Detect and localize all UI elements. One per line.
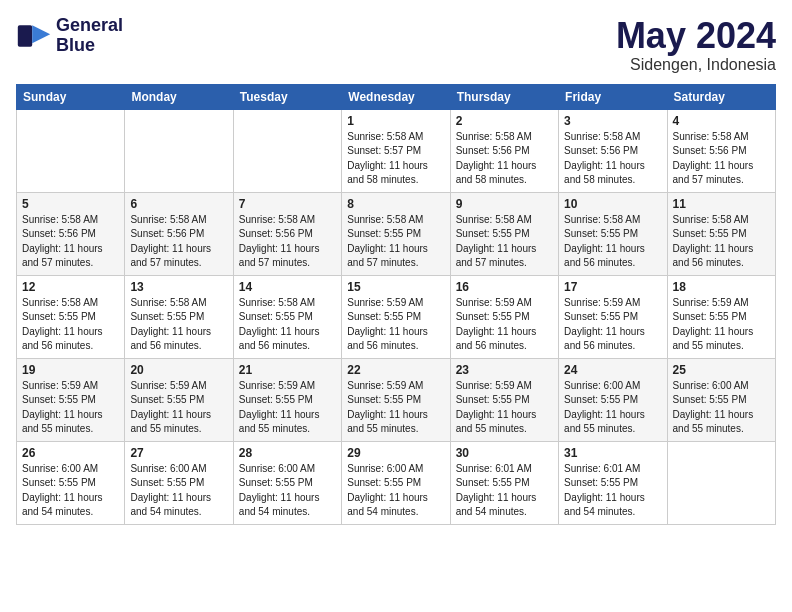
day-number: 24 xyxy=(564,363,661,377)
day-info: Sunrise: 6:00 AMSunset: 5:55 PMDaylight:… xyxy=(564,379,661,437)
day-info: Sunrise: 5:58 AMSunset: 5:55 PMDaylight:… xyxy=(239,296,336,354)
logo-icon xyxy=(16,18,52,54)
day-info: Sunrise: 6:01 AMSunset: 5:55 PMDaylight:… xyxy=(564,462,661,520)
calendar-cell: 18Sunrise: 5:59 AMSunset: 5:55 PMDayligh… xyxy=(667,275,775,358)
day-info: Sunrise: 5:58 AMSunset: 5:56 PMDaylight:… xyxy=(130,213,227,271)
weekday-header-friday: Friday xyxy=(559,84,667,109)
weekday-header-saturday: Saturday xyxy=(667,84,775,109)
calendar-cell: 5Sunrise: 5:58 AMSunset: 5:56 PMDaylight… xyxy=(17,192,125,275)
day-number: 13 xyxy=(130,280,227,294)
day-info: Sunrise: 5:59 AMSunset: 5:55 PMDaylight:… xyxy=(456,379,553,437)
day-info: Sunrise: 5:58 AMSunset: 5:56 PMDaylight:… xyxy=(22,213,119,271)
logo: General Blue xyxy=(16,16,123,56)
calendar-week-row: 12Sunrise: 5:58 AMSunset: 5:55 PMDayligh… xyxy=(17,275,776,358)
calendar-cell xyxy=(667,441,775,524)
day-info: Sunrise: 5:58 AMSunset: 5:57 PMDaylight:… xyxy=(347,130,444,188)
day-number: 15 xyxy=(347,280,444,294)
day-number: 19 xyxy=(22,363,119,377)
header: General Blue May 2024 Sidengen, Indonesi… xyxy=(16,16,776,74)
day-number: 3 xyxy=(564,114,661,128)
calendar-cell: 3Sunrise: 5:58 AMSunset: 5:56 PMDaylight… xyxy=(559,109,667,192)
calendar-week-row: 26Sunrise: 6:00 AMSunset: 5:55 PMDayligh… xyxy=(17,441,776,524)
calendar-cell: 29Sunrise: 6:00 AMSunset: 5:55 PMDayligh… xyxy=(342,441,450,524)
calendar-cell: 14Sunrise: 5:58 AMSunset: 5:55 PMDayligh… xyxy=(233,275,341,358)
calendar-cell: 9Sunrise: 5:58 AMSunset: 5:55 PMDaylight… xyxy=(450,192,558,275)
day-number: 5 xyxy=(22,197,119,211)
day-number: 14 xyxy=(239,280,336,294)
day-number: 7 xyxy=(239,197,336,211)
day-number: 22 xyxy=(347,363,444,377)
calendar-table: SundayMondayTuesdayWednesdayThursdayFrid… xyxy=(16,84,776,525)
day-info: Sunrise: 6:00 AMSunset: 5:55 PMDaylight:… xyxy=(130,462,227,520)
day-number: 27 xyxy=(130,446,227,460)
day-info: Sunrise: 6:00 AMSunset: 5:55 PMDaylight:… xyxy=(22,462,119,520)
weekday-header-sunday: Sunday xyxy=(17,84,125,109)
calendar-cell: 17Sunrise: 5:59 AMSunset: 5:55 PMDayligh… xyxy=(559,275,667,358)
day-info: Sunrise: 6:00 AMSunset: 5:55 PMDaylight:… xyxy=(347,462,444,520)
day-info: Sunrise: 5:58 AMSunset: 5:55 PMDaylight:… xyxy=(347,213,444,271)
calendar-cell xyxy=(125,109,233,192)
weekday-header-wednesday: Wednesday xyxy=(342,84,450,109)
day-number: 17 xyxy=(564,280,661,294)
calendar-cell: 23Sunrise: 5:59 AMSunset: 5:55 PMDayligh… xyxy=(450,358,558,441)
day-info: Sunrise: 5:58 AMSunset: 5:55 PMDaylight:… xyxy=(673,213,770,271)
svg-marker-1 xyxy=(32,25,50,43)
day-info: Sunrise: 5:58 AMSunset: 5:56 PMDaylight:… xyxy=(564,130,661,188)
day-number: 4 xyxy=(673,114,770,128)
day-info: Sunrise: 6:00 AMSunset: 5:55 PMDaylight:… xyxy=(239,462,336,520)
calendar-cell: 13Sunrise: 5:58 AMSunset: 5:55 PMDayligh… xyxy=(125,275,233,358)
day-number: 9 xyxy=(456,197,553,211)
day-number: 8 xyxy=(347,197,444,211)
day-info: Sunrise: 5:59 AMSunset: 5:55 PMDaylight:… xyxy=(347,296,444,354)
calendar-cell: 12Sunrise: 5:58 AMSunset: 5:55 PMDayligh… xyxy=(17,275,125,358)
calendar-cell: 4Sunrise: 5:58 AMSunset: 5:56 PMDaylight… xyxy=(667,109,775,192)
calendar-cell: 15Sunrise: 5:59 AMSunset: 5:55 PMDayligh… xyxy=(342,275,450,358)
calendar-cell: 8Sunrise: 5:58 AMSunset: 5:55 PMDaylight… xyxy=(342,192,450,275)
calendar-cell: 6Sunrise: 5:58 AMSunset: 5:56 PMDaylight… xyxy=(125,192,233,275)
calendar-cell: 21Sunrise: 5:59 AMSunset: 5:55 PMDayligh… xyxy=(233,358,341,441)
calendar-cell: 20Sunrise: 5:59 AMSunset: 5:55 PMDayligh… xyxy=(125,358,233,441)
day-number: 26 xyxy=(22,446,119,460)
day-info: Sunrise: 5:59 AMSunset: 5:55 PMDaylight:… xyxy=(22,379,119,437)
logo-text: General Blue xyxy=(56,16,123,56)
calendar-cell: 30Sunrise: 6:01 AMSunset: 5:55 PMDayligh… xyxy=(450,441,558,524)
weekday-header-tuesday: Tuesday xyxy=(233,84,341,109)
calendar-cell: 16Sunrise: 5:59 AMSunset: 5:55 PMDayligh… xyxy=(450,275,558,358)
day-number: 10 xyxy=(564,197,661,211)
day-number: 12 xyxy=(22,280,119,294)
day-info: Sunrise: 5:59 AMSunset: 5:55 PMDaylight:… xyxy=(347,379,444,437)
day-number: 1 xyxy=(347,114,444,128)
calendar-cell: 25Sunrise: 6:00 AMSunset: 5:55 PMDayligh… xyxy=(667,358,775,441)
day-number: 29 xyxy=(347,446,444,460)
calendar-week-row: 5Sunrise: 5:58 AMSunset: 5:56 PMDaylight… xyxy=(17,192,776,275)
day-info: Sunrise: 6:00 AMSunset: 5:55 PMDaylight:… xyxy=(673,379,770,437)
sub-title: Sidengen, Indonesia xyxy=(616,56,776,74)
calendar-cell: 7Sunrise: 5:58 AMSunset: 5:56 PMDaylight… xyxy=(233,192,341,275)
day-number: 20 xyxy=(130,363,227,377)
calendar-cell: 22Sunrise: 5:59 AMSunset: 5:55 PMDayligh… xyxy=(342,358,450,441)
calendar-cell xyxy=(17,109,125,192)
day-number: 25 xyxy=(673,363,770,377)
calendar-cell: 27Sunrise: 6:00 AMSunset: 5:55 PMDayligh… xyxy=(125,441,233,524)
day-info: Sunrise: 5:59 AMSunset: 5:55 PMDaylight:… xyxy=(130,379,227,437)
day-number: 2 xyxy=(456,114,553,128)
calendar-cell: 28Sunrise: 6:00 AMSunset: 5:55 PMDayligh… xyxy=(233,441,341,524)
calendar-cell: 26Sunrise: 6:00 AMSunset: 5:55 PMDayligh… xyxy=(17,441,125,524)
day-number: 21 xyxy=(239,363,336,377)
calendar-cell: 19Sunrise: 5:59 AMSunset: 5:55 PMDayligh… xyxy=(17,358,125,441)
day-info: Sunrise: 5:58 AMSunset: 5:56 PMDaylight:… xyxy=(239,213,336,271)
day-number: 11 xyxy=(673,197,770,211)
calendar-cell: 10Sunrise: 5:58 AMSunset: 5:55 PMDayligh… xyxy=(559,192,667,275)
day-info: Sunrise: 5:59 AMSunset: 5:55 PMDaylight:… xyxy=(456,296,553,354)
calendar-cell: 2Sunrise: 5:58 AMSunset: 5:56 PMDaylight… xyxy=(450,109,558,192)
day-number: 23 xyxy=(456,363,553,377)
svg-rect-0 xyxy=(18,25,32,47)
calendar-week-row: 19Sunrise: 5:59 AMSunset: 5:55 PMDayligh… xyxy=(17,358,776,441)
weekday-header-thursday: Thursday xyxy=(450,84,558,109)
day-number: 16 xyxy=(456,280,553,294)
day-info: Sunrise: 5:59 AMSunset: 5:55 PMDaylight:… xyxy=(239,379,336,437)
calendar-cell: 1Sunrise: 5:58 AMSunset: 5:57 PMDaylight… xyxy=(342,109,450,192)
logo-line1: General xyxy=(56,16,123,36)
calendar-cell: 24Sunrise: 6:00 AMSunset: 5:55 PMDayligh… xyxy=(559,358,667,441)
title-block: May 2024 Sidengen, Indonesia xyxy=(616,16,776,74)
